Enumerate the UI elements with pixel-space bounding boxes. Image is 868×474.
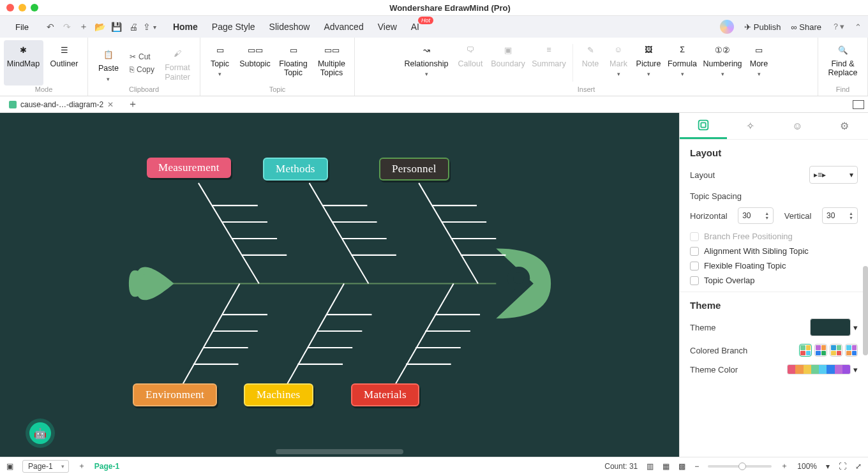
chevron-down-icon[interactable]: ▾ xyxy=(826,462,830,471)
node-environment[interactable]: Environment xyxy=(133,383,217,406)
subtopic-button[interactable]: ▭▭ Subtopic xyxy=(237,40,274,85)
summary-button[interactable]: ≡Summary xyxy=(529,40,569,85)
format-painter-icon: 🖌 xyxy=(170,47,184,61)
svg-line-7 xyxy=(392,283,454,390)
tab-advanced[interactable]: Advanced xyxy=(324,22,363,32)
theme-color-select[interactable]: ▾ xyxy=(787,364,858,374)
share-button[interactable]: ∞ Share xyxy=(791,22,821,32)
node-methods[interactable]: Methods xyxy=(263,158,328,181)
mark-button[interactable]: ☺Mark▾ xyxy=(605,40,632,85)
numbering-button[interactable]: ①②Numbering▾ xyxy=(701,40,744,85)
mindmap-icon: ✱ xyxy=(17,43,31,57)
ai-assistant-button[interactable]: 🤖 xyxy=(29,422,51,444)
formula-button[interactable]: ΣFormula▾ xyxy=(665,40,700,85)
undo-icon[interactable]: ↶ xyxy=(45,22,56,32)
window-maximize-button[interactable] xyxy=(31,4,38,11)
colored-branch-options[interactable] xyxy=(799,344,858,357)
horizontal-spacing-input[interactable]: 30▲▼ xyxy=(738,207,774,224)
layout-select[interactable]: ▸≡▸▾ xyxy=(809,166,858,184)
node-personnel[interactable]: Personnel xyxy=(379,158,449,181)
view-mode-icon-3[interactable]: ▩ xyxy=(678,462,685,471)
export-icon[interactable]: ⇪ xyxy=(145,22,155,32)
fullscreen-icon[interactable]: ⛶ xyxy=(839,462,846,471)
node-measurement[interactable]: Measurement xyxy=(147,158,231,178)
mindmap-mode-button[interactable]: ✱ MindMap xyxy=(4,40,43,85)
more-button[interactable]: ▭More▾ xyxy=(745,40,772,85)
panel-tab-style[interactable]: ✧ xyxy=(727,113,774,139)
redo-icon[interactable]: ↷ xyxy=(62,22,72,32)
window-minimize-button[interactable] xyxy=(19,4,26,11)
panel-toggle-icon[interactable] xyxy=(853,100,864,109)
zoom-in-button[interactable]: ＋ xyxy=(781,461,788,471)
active-page-tab[interactable]: Page-1 xyxy=(94,462,119,471)
topic-overlap-checkbox[interactable] xyxy=(690,276,699,285)
align-sibling-label: Alignment With Sibling Topic xyxy=(704,246,809,256)
chevron-down-icon: ▾ xyxy=(758,71,761,76)
pages-pane-icon[interactable]: ▣ xyxy=(6,462,13,471)
theme-select[interactable]: ▾ xyxy=(810,318,858,336)
window-close-button[interactable] xyxy=(6,4,14,11)
open-icon[interactable]: 📂 xyxy=(95,22,105,32)
count-label: Count: 31 xyxy=(604,462,638,471)
multiple-topics-button[interactable]: ▭▭ Multiple Topics xyxy=(313,40,350,85)
summary-icon: ≡ xyxy=(542,43,556,57)
page-select[interactable]: Page-1 xyxy=(22,460,69,473)
outliner-mode-button[interactable]: ☰ Outliner xyxy=(45,40,84,85)
tab-view[interactable]: View xyxy=(378,22,397,32)
panel-tab-layout[interactable] xyxy=(680,113,727,139)
chevron-down-icon: ▾ xyxy=(425,71,428,76)
callout-icon: 🗨 xyxy=(463,43,477,57)
close-tab-icon[interactable]: ✕ xyxy=(107,100,114,109)
zoom-out-button[interactable]: − xyxy=(694,462,699,471)
panel-tab-settings[interactable]: ⚙ xyxy=(821,113,868,139)
boundary-button[interactable]: ▣Boundary xyxy=(488,40,528,85)
node-materials[interactable]: Materials xyxy=(351,383,419,406)
help-menu[interactable]: ？▾ xyxy=(832,21,844,33)
picture-button[interactable]: 🖼Picture▾ xyxy=(633,40,664,85)
tab-page-style[interactable]: Page Style xyxy=(212,22,255,32)
avatar[interactable] xyxy=(720,20,734,34)
topic-button[interactable]: ▭ Topic ▾ xyxy=(205,40,236,85)
print-icon[interactable]: 🖨 xyxy=(128,22,138,32)
save-icon[interactable]: 💾 xyxy=(112,22,122,32)
canvas[interactable]: Measurement Methods Personnel Environmen… xyxy=(0,113,679,457)
relationship-button[interactable]: ↝ Relationship ▾ xyxy=(400,40,453,85)
document-tab[interactable]: cause-and-…-diagram-2 ✕ xyxy=(4,98,119,111)
vertical-label: Vertical xyxy=(784,211,812,221)
flexible-floating-checkbox[interactable] xyxy=(690,262,699,270)
format-painter-label: Format Painter xyxy=(165,63,190,82)
tab-ai[interactable]: AI Hot xyxy=(411,22,419,32)
fishbone-layout-icon: ▸≡▸ xyxy=(814,170,826,179)
floating-topic-button[interactable]: ▭ Floating Topic xyxy=(275,40,312,85)
cut-button[interactable]: ✂Cut xyxy=(126,51,158,63)
callout-button[interactable]: 🗨Callout xyxy=(454,40,487,85)
publish-button[interactable]: ✈ Publish xyxy=(744,22,781,32)
format-painter-button[interactable]: 🖌 Format Painter xyxy=(160,44,195,82)
view-mode-icon-1[interactable]: ▥ xyxy=(647,462,654,471)
new-icon[interactable]: ＋ xyxy=(79,22,89,32)
horizontal-scrollbar[interactable] xyxy=(276,449,403,454)
node-machines[interactable]: Machines xyxy=(244,383,313,406)
new-tab-button[interactable]: ＋ xyxy=(124,98,142,111)
copy-button[interactable]: ⎘Copy xyxy=(126,64,158,75)
find-replace-button[interactable]: 🔍 Find & Replace xyxy=(823,40,864,85)
view-mode-icon-2[interactable]: ▦ xyxy=(662,462,670,471)
panel-scrollbar[interactable] xyxy=(863,266,868,355)
paste-button[interactable]: 📋 Paste ▾ xyxy=(93,45,124,80)
paste-label: Paste xyxy=(98,64,119,73)
file-menu[interactable]: File xyxy=(6,20,38,34)
flexible-floating-label: Flexible Floating Topic xyxy=(704,261,786,270)
fit-icon[interactable]: ⤢ xyxy=(855,462,862,471)
collapse-ribbon-icon[interactable]: ⌃ xyxy=(855,22,862,32)
zoom-slider[interactable] xyxy=(708,465,772,468)
add-page-button[interactable]: ＋ xyxy=(78,461,86,471)
panel-tab-iconset[interactable]: ☺ xyxy=(774,113,821,139)
relationship-label: Relationship xyxy=(405,59,449,68)
align-sibling-checkbox[interactable] xyxy=(690,247,699,256)
group-clipboard-label: Clipboard xyxy=(129,85,159,94)
note-button[interactable]: ✎Note xyxy=(577,40,604,85)
vertical-spacing-input[interactable]: 30▲▼ xyxy=(822,207,858,224)
tab-slideshow[interactable]: Slideshow xyxy=(269,22,310,32)
mark-icon: ☺ xyxy=(611,43,625,57)
tab-home[interactable]: Home xyxy=(173,22,198,32)
